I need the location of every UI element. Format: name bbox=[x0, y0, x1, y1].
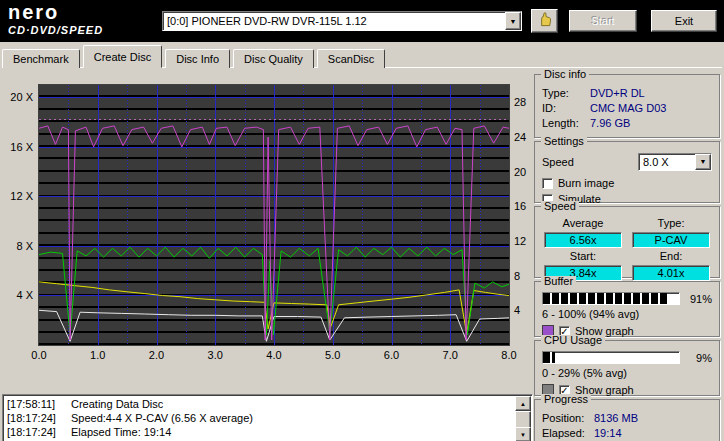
nero-logo-text: nero bbox=[8, 2, 103, 23]
buffer-percent: 91% bbox=[690, 293, 712, 305]
axis-tick-label: 2.0 bbox=[149, 349, 164, 361]
end-speed-value: 4.01x bbox=[632, 265, 710, 281]
disc-info-group: Disc info Type:DVD+R DL ID:CMC MAG D03 L… bbox=[534, 74, 720, 138]
disc-length-value: 7.96 GB bbox=[590, 117, 630, 129]
settings-group: Settings Speed 8.0 X ▼ Burn image Simula… bbox=[534, 141, 720, 203]
axis-tick-label: 12 bbox=[514, 235, 526, 247]
buffer-range-text: 6 - 100% (94% avg) bbox=[542, 308, 712, 323]
axis-tick-label: 28 bbox=[514, 96, 526, 108]
disc-id-value: CMC MAG D03 bbox=[590, 102, 666, 114]
chevron-down-icon[interactable]: ▼ bbox=[695, 154, 711, 170]
buffer-title: Buffer bbox=[541, 276, 576, 287]
average-label: Average bbox=[544, 217, 622, 230]
type-value: P-CAV bbox=[632, 232, 710, 248]
cpu-progress-bar bbox=[542, 351, 680, 364]
axis-tick-label: 4 bbox=[514, 304, 520, 316]
cpu-group: CPU Usage 9% 0 - 29% (5% avg) ✓ Show gra… bbox=[534, 340, 720, 396]
axis-tick-label: 24 bbox=[514, 131, 526, 143]
axis-tick-label: 20 X bbox=[10, 91, 33, 103]
cpu-progress-fill bbox=[543, 352, 555, 363]
tab-disc-info[interactable]: Disc Info bbox=[165, 49, 230, 68]
speed-title: Speed bbox=[541, 201, 579, 212]
position-label: Position: bbox=[542, 412, 594, 424]
tool-button[interactable] bbox=[531, 9, 558, 33]
x-axis: 0.01.02.03.04.05.06.07.08.0 bbox=[39, 349, 511, 363]
y-axis-right: 282420161284 bbox=[514, 85, 534, 347]
settings-title: Settings bbox=[541, 136, 587, 147]
exit-button[interactable]: Exit bbox=[651, 10, 717, 32]
disc-info-title: Disc info bbox=[541, 69, 589, 80]
scroll-down-button[interactable]: ▼ bbox=[515, 427, 531, 441]
speed-group: Speed Average Type: 6.56x P-CAV Start: E… bbox=[534, 206, 720, 278]
axis-tick-label: 6.0 bbox=[384, 349, 399, 361]
speed-graph bbox=[38, 84, 510, 346]
speed-label: Speed bbox=[542, 156, 574, 168]
elapsed-value: 19:14 bbox=[594, 427, 622, 439]
burn-image-label: Burn image bbox=[558, 177, 614, 189]
axis-tick-label: 4 X bbox=[16, 289, 33, 301]
end-label: End: bbox=[632, 250, 710, 263]
axis-tick-label: 16 bbox=[514, 200, 526, 212]
axis-tick-label: 20 bbox=[514, 166, 526, 178]
log-text: Creating Data Disc bbox=[71, 398, 163, 410]
cpu-title: CPU Usage bbox=[541, 335, 605, 346]
start-label: Start: bbox=[544, 250, 622, 263]
axis-tick-label: 8.0 bbox=[501, 349, 516, 361]
average-speed-value: 6.56x bbox=[544, 232, 622, 248]
log-scrollbar[interactable]: ▲ ▼ bbox=[515, 396, 531, 441]
nero-logo-subtext: CD·DVD/SPEED bbox=[8, 24, 103, 36]
disc-type-value: DVD+R DL bbox=[590, 87, 645, 99]
disc-length-row: Length:7.96 GB bbox=[542, 115, 712, 130]
buffer-group: Buffer 91% 6 - 100% (94% avg) ✓ Show gra… bbox=[534, 281, 720, 337]
tab-disc-quality[interactable]: Disc Quality bbox=[233, 49, 314, 68]
axis-tick-label: 3.0 bbox=[208, 349, 223, 361]
disc-type-row: Type:DVD+R DL bbox=[542, 85, 712, 100]
buffer-progress-bar bbox=[542, 292, 680, 305]
tab-create-disc[interactable]: Create Disc bbox=[83, 45, 162, 68]
disc-id-row: ID:CMC MAG D03 bbox=[542, 100, 712, 115]
disc-type-label: Type: bbox=[542, 87, 590, 99]
speed-select[interactable]: 8.0 X ▼ bbox=[638, 153, 712, 171]
log-text: Speed:4-4 X P-CAV (6.56 X average) bbox=[71, 412, 253, 424]
speed-select-value: 8.0 X bbox=[643, 156, 669, 168]
chevron-down-icon[interactable]: ▼ bbox=[505, 12, 521, 30]
position-value: 8136 MB bbox=[594, 412, 638, 424]
log-time: [17:58:11] bbox=[7, 397, 71, 411]
log-entry[interactable]: [17:58:11]Creating Data Disc bbox=[7, 397, 512, 411]
log-listbox[interactable]: [17:58:11]Creating Data Disc [18:17:24]S… bbox=[2, 394, 533, 441]
buffer-progress-fill bbox=[543, 293, 667, 304]
scroll-up-button[interactable]: ▲ bbox=[515, 396, 531, 411]
log-text: Elapsed Time: 19:14 bbox=[71, 426, 171, 438]
tab-benchmark[interactable]: Benchmark bbox=[2, 49, 80, 68]
axis-tick-label: 8 bbox=[514, 270, 520, 282]
cpu-range-text: 0 - 29% (5% avg) bbox=[542, 367, 712, 382]
tab-bar: Benchmark Create Disc Disc Info Disc Qua… bbox=[2, 45, 722, 68]
drive-select[interactable]: [0:0] PIONEER DVD-RW DVR-115L 1.12 ▼ bbox=[162, 11, 522, 31]
log-time: [18:17:24] bbox=[7, 425, 71, 439]
log-time: [18:17:24] bbox=[7, 411, 71, 425]
elapsed-label: Elapsed: bbox=[542, 427, 594, 439]
axis-tick-label: 16 X bbox=[10, 141, 33, 153]
axis-tick-label: 12 X bbox=[10, 190, 33, 202]
burn-image-checkbox[interactable] bbox=[542, 178, 553, 189]
tab-scandisc[interactable]: ScanDisc bbox=[317, 49, 385, 68]
type-label: Type: bbox=[632, 217, 710, 230]
progress-title: Progress bbox=[541, 394, 591, 405]
y-axis-left: 20 X16 X12 X8 X4 X bbox=[2, 85, 35, 347]
header-bar: nero CD·DVD/SPEED [0:0] PIONEER DVD-RW D… bbox=[0, 0, 724, 42]
axis-tick-label: 5.0 bbox=[325, 349, 340, 361]
log-entry[interactable]: [18:17:24]Elapsed Time: 19:14 bbox=[7, 425, 512, 439]
speed-graph-area: 20 X16 X12 X8 X4 X 282420161284 0.01.02.… bbox=[2, 72, 534, 394]
log-entry[interactable]: [18:17:24]Speed:4-4 X P-CAV (6.56 X aver… bbox=[7, 411, 512, 425]
start-button[interactable]: Start bbox=[569, 10, 637, 32]
axis-tick-label: 0.0 bbox=[31, 349, 46, 361]
progress-group: Progress Position:8136 MB Elapsed:19:14 bbox=[534, 399, 720, 441]
drive-select-value: [0:0] PIONEER DVD-RW DVR-115L 1.12 bbox=[167, 15, 367, 27]
axis-tick-label: 7.0 bbox=[443, 349, 458, 361]
axis-tick-label: 4.0 bbox=[266, 349, 281, 361]
nero-logo: nero CD·DVD/SPEED bbox=[8, 2, 103, 36]
hand-icon bbox=[536, 11, 554, 31]
axis-tick-label: 1.0 bbox=[90, 349, 105, 361]
cpu-percent: 9% bbox=[696, 352, 712, 364]
side-panel: Disc info Type:DVD+R DL ID:CMC MAG D03 L… bbox=[534, 74, 720, 441]
